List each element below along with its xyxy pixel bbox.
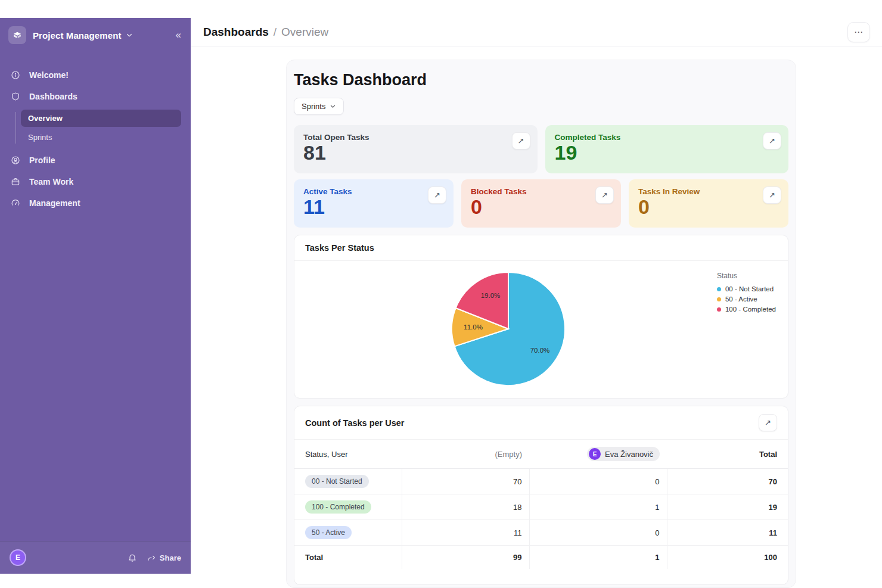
cell-total: 70 bbox=[667, 469, 788, 494]
sidebar-item-label: Management bbox=[29, 198, 80, 208]
share-label: Share bbox=[160, 553, 181, 562]
page-header: Dashboards / Overview ⋯ bbox=[191, 18, 882, 46]
sub-item-label: Overview bbox=[28, 114, 63, 123]
sidebar-nav: Welcome! Dashboards Overview Sprints Pro… bbox=[0, 51, 191, 541]
sidebar-item-profile[interactable]: Profile bbox=[10, 152, 181, 169]
column-header-user: E Eva Živanovič bbox=[529, 440, 667, 469]
legend-label: 100 - Completed bbox=[725, 306, 776, 313]
sidebar-item-management[interactable]: Management bbox=[10, 195, 181, 211]
tasks-per-user-panel: Count of Tasks per User ↗ Status, User (… bbox=[294, 406, 788, 585]
stat-card-active-tasks: Active Tasks 11 ↗ bbox=[294, 179, 454, 228]
cell-empty: 18 bbox=[402, 494, 529, 520]
stat-value: 11 bbox=[303, 197, 444, 218]
pie-label-19: 19.0% bbox=[481, 292, 501, 299]
open-link-button[interactable]: ↗ bbox=[428, 186, 446, 204]
stats-row-2: Active Tasks 11 ↗ Blocked Tasks 0 ↗ Task… bbox=[294, 179, 788, 228]
table-row: 100 - Completed 18 1 19 bbox=[294, 494, 788, 520]
stat-label: Total Open Tasks bbox=[303, 133, 528, 142]
page-title: Tasks Dashboard bbox=[294, 71, 788, 89]
gauge-icon bbox=[10, 198, 21, 208]
chevron-down-icon bbox=[330, 103, 336, 110]
sidebar-item-team-work[interactable]: Team Work bbox=[10, 173, 181, 190]
sidebar-item-welcome[interactable]: Welcome! bbox=[10, 67, 181, 83]
stat-label: Completed Tasks bbox=[555, 133, 779, 142]
sprints-filter-dropdown[interactable]: Sprints bbox=[294, 98, 344, 115]
filter-label: Sprints bbox=[302, 102, 325, 111]
sidebar-item-dashboards[interactable]: Dashboards bbox=[10, 88, 181, 105]
user-chip-name: Eva Živanovič bbox=[605, 450, 653, 459]
chevron-down-icon bbox=[126, 32, 133, 39]
sub-item-label: Sprints bbox=[28, 133, 52, 142]
arrow-up-right-icon: ↗ bbox=[434, 191, 440, 200]
shield-icon bbox=[10, 92, 21, 101]
cell-eva: 1 bbox=[529, 494, 667, 520]
stat-card-tasks-in-review: Tasks In Review 0 ↗ bbox=[629, 179, 788, 228]
cell-total: 11 bbox=[667, 520, 788, 546]
tasks-per-status-panel: Tasks Per Status 70.0% 11.0% 19.0% Statu… bbox=[294, 235, 788, 399]
breadcrumb-secondary: Overview bbox=[281, 26, 328, 39]
stat-card-blocked-tasks: Blocked Tasks 0 ↗ bbox=[461, 179, 621, 228]
cell-empty: 11 bbox=[402, 520, 529, 546]
legend-label: 50 - Active bbox=[725, 295, 757, 303]
dashboards-subnav: Overview Sprints bbox=[10, 110, 181, 146]
arrow-up-right-icon: ↗ bbox=[601, 191, 608, 200]
briefcase-icon bbox=[10, 177, 21, 186]
sidebar: Project Management « Welcome! Dashboards… bbox=[0, 18, 191, 574]
share-icon bbox=[147, 553, 156, 562]
sidebar-item-label: Team Work bbox=[29, 177, 73, 186]
legend-item-completed: 100 - Completed bbox=[717, 306, 776, 313]
collapse-sidebar-icon[interactable]: « bbox=[176, 29, 181, 41]
stats-row-1: Total Open Tasks 81 ↗ Completed Tasks 19… bbox=[294, 125, 788, 173]
stat-value: 81 bbox=[303, 142, 528, 164]
status-badge: 00 - Not Started bbox=[305, 475, 369, 488]
sidebar-item-overview[interactable]: Overview bbox=[21, 110, 181, 127]
open-link-button[interactable]: ↗ bbox=[512, 132, 530, 150]
arrow-up-right-icon: ↗ bbox=[518, 136, 524, 145]
chart-legend: Status 00 - Not Started 50 - Active 100 … bbox=[717, 272, 776, 316]
column-header-empty: (Empty) bbox=[402, 440, 529, 469]
stat-card-completed-tasks: Completed Tasks 19 ↗ bbox=[545, 125, 789, 173]
app-logo-icon bbox=[8, 26, 26, 44]
status-badge: 100 - Completed bbox=[305, 500, 371, 514]
pie-label-11: 11.0% bbox=[464, 323, 483, 331]
user-icon bbox=[10, 155, 21, 165]
bell-icon bbox=[128, 553, 137, 562]
pie-label-70: 70.0% bbox=[530, 347, 550, 354]
open-link-button[interactable]: ↗ bbox=[759, 414, 777, 431]
total-label: Total bbox=[294, 546, 402, 569]
legend-item-active: 50 - Active bbox=[717, 295, 776, 303]
table-title: Count of Tasks per User bbox=[305, 418, 405, 428]
sidebar-item-sprints[interactable]: Sprints bbox=[21, 129, 181, 146]
column-header-total: Total bbox=[667, 440, 788, 469]
open-link-button[interactable]: ↗ bbox=[763, 186, 781, 204]
stat-card-total-open-tasks: Total Open Tasks 81 ↗ bbox=[294, 125, 538, 173]
status-badge: 50 - Active bbox=[305, 526, 352, 539]
user-avatar[interactable]: E bbox=[10, 549, 26, 566]
legend-dot-icon bbox=[717, 287, 721, 291]
cell-total: 19 bbox=[667, 494, 788, 520]
user-chip-avatar: E bbox=[589, 448, 601, 460]
workspace-name: Project Management bbox=[33, 30, 122, 41]
legend-item-not-started: 00 - Not Started bbox=[717, 285, 776, 293]
arrow-up-right-icon: ↗ bbox=[769, 136, 775, 145]
pivot-table: Status, User (Empty) E Eva Živanovič Tot… bbox=[294, 440, 788, 569]
stat-label: Active Tasks bbox=[303, 187, 444, 196]
notifications-button[interactable] bbox=[128, 553, 137, 562]
pie-chart-svg: 70.0% 11.0% 19.0% bbox=[449, 269, 568, 388]
breadcrumb-primary[interactable]: Dashboards bbox=[203, 26, 269, 39]
breadcrumb-separator: / bbox=[274, 26, 277, 39]
sidebar-item-label: Welcome! bbox=[29, 70, 69, 80]
user-chip: E Eva Živanovič bbox=[587, 447, 660, 461]
open-link-button[interactable]: ↗ bbox=[595, 186, 614, 204]
legend-label: 00 - Not Started bbox=[725, 285, 774, 293]
arrow-up-right-icon: ↗ bbox=[765, 418, 771, 427]
page-menu-button[interactable]: ⋯ bbox=[847, 22, 870, 42]
share-button[interactable]: Share bbox=[147, 553, 181, 562]
stat-value: 19 bbox=[555, 142, 779, 164]
column-header-status-user: Status, User bbox=[294, 440, 402, 469]
workspace-switcher[interactable]: Project Management « bbox=[0, 18, 191, 51]
chart-title: Tasks Per Status bbox=[305, 243, 374, 253]
stat-label: Blocked Tasks bbox=[471, 187, 611, 196]
sidebar-item-label: Dashboards bbox=[29, 92, 77, 101]
open-link-button[interactable]: ↗ bbox=[763, 132, 781, 150]
